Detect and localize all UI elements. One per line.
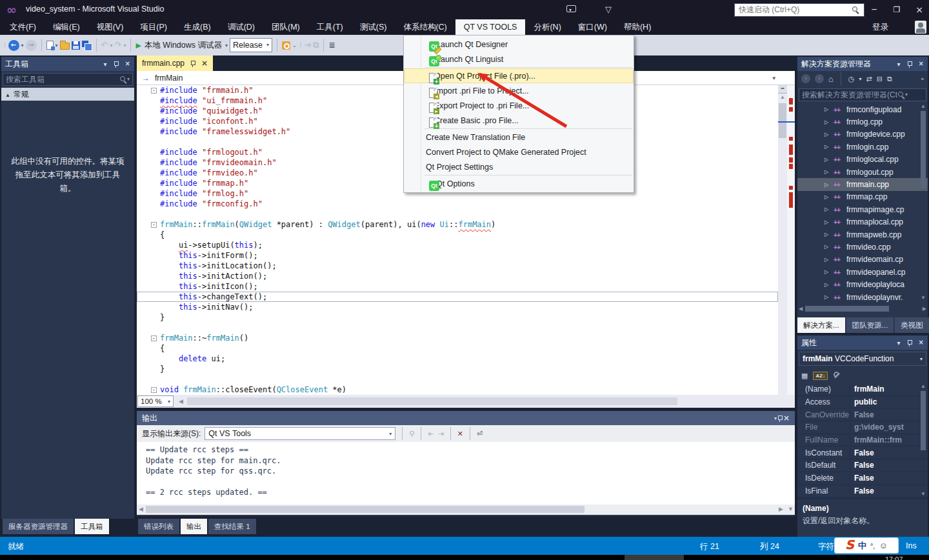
- expander-arrow-icon[interactable]: ▷: [824, 157, 834, 163]
- solution-file[interactable]: ▷++frmmaplocal.cpp: [797, 216, 928, 228]
- word-wrap-icon[interactable]: ⏎: [477, 430, 483, 438]
- chevron-down-icon[interactable]: ▾: [772, 75, 775, 81]
- close-icon[interactable]: ×: [125, 61, 130, 67]
- home-icon[interactable]: ⌂: [828, 74, 834, 84]
- pin-icon[interactable]: [906, 61, 913, 68]
- new-file-button[interactable]: [46, 41, 54, 50]
- toolbox-section-general[interactable]: ▲常规: [1, 88, 134, 101]
- scrollbar-thumb[interactable]: [146, 506, 584, 513]
- menu-item[interactable]: Import .pri File to Project...: [404, 83, 634, 98]
- solution-file[interactable]: ▷++frmloglocal.cpp: [797, 154, 928, 166]
- undo-button[interactable]: ↶: [101, 41, 108, 50]
- output-log[interactable]: == Update rcc steps ==Update rcc step fo…: [137, 442, 795, 505]
- solution-file[interactable]: ▷++frmvideo.cpp: [797, 241, 928, 253]
- property-value[interactable]: False: [850, 461, 919, 470]
- tab-frmmain-cpp[interactable]: frmmain.cpp ×: [137, 55, 213, 71]
- toolbar-grip[interactable]: ⁞: [4, 42, 5, 48]
- property-row[interactable]: IsDeleteFalse: [797, 472, 928, 485]
- menu-item[interactable]: 视图(V): [88, 19, 132, 35]
- property-value[interactable]: False: [850, 486, 919, 495]
- expander-arrow-icon[interactable]: ▷: [824, 169, 834, 175]
- solution-file[interactable]: ▷++frmlog.cpp: [797, 115, 928, 128]
- property-value[interactable]: frmMain: [850, 385, 919, 394]
- copy-button[interactable]: ⧉: [313, 41, 319, 50]
- expander-arrow-icon[interactable]: ▷: [824, 257, 834, 263]
- pin-icon[interactable]: [190, 60, 196, 67]
- scrollbar-thumb[interactable]: [921, 391, 926, 450]
- scroll-left-arrow-icon[interactable]: ◀: [139, 506, 143, 512]
- start-debug-icon[interactable]: ▶: [135, 41, 141, 50]
- scroll-left-arrow-icon[interactable]: ◀: [179, 398, 183, 405]
- property-row[interactable]: CanOverrideFalse: [797, 408, 928, 421]
- categorized-view-icon[interactable]: ▦: [801, 372, 808, 380]
- pending-changes-filter-icon[interactable]: ◷: [848, 75, 855, 83]
- solution-tab-tab[interactable]: 类视图: [895, 317, 929, 333]
- horizontal-scrollbar-thumb[interactable]: [187, 397, 677, 405]
- menu-item[interactable]: 工具(T): [308, 19, 352, 35]
- menu-item[interactable]: 测试(S): [352, 19, 395, 35]
- scrollbar-thumb[interactable]: [921, 111, 926, 188]
- splitter-handle[interactable]: ═: [778, 85, 787, 94]
- restore-button[interactable]: ❐: [887, 4, 906, 15]
- collapse-all-icon[interactable]: ⊟: [877, 75, 883, 83]
- ime-language-toggle[interactable]: 中: [858, 541, 866, 550]
- scrollbar-thumb[interactable]: [779, 103, 786, 138]
- menu-item[interactable]: 体系结构(C): [395, 19, 455, 35]
- bottom-dock-tab[interactable]: 错误列表: [138, 519, 179, 534]
- menu-item[interactable]: 文件(F): [1, 19, 45, 35]
- sign-in-link[interactable]: 登录: [872, 22, 888, 33]
- left-dock-tab[interactable]: 服务器资源管理器: [3, 519, 74, 534]
- editor-vertical-scrollbar[interactable]: ═ ▲: [778, 85, 787, 395]
- menu-item[interactable]: Convert Project to QMake Generated Proje…: [404, 145, 634, 159]
- fold-marker-icon[interactable]: -: [151, 222, 157, 228]
- scroll-right-arrow-icon[interactable]: ▶: [923, 306, 926, 312]
- expander-arrow-icon[interactable]: ▷: [824, 182, 834, 188]
- search-icon[interactable]: [119, 75, 127, 83]
- search-icon[interactable]: [852, 6, 859, 14]
- left-dock-active[interactable]: 工具箱: [75, 519, 109, 534]
- chevron-down-icon[interactable]: ▾: [859, 76, 861, 82]
- menu-item[interactable]: Launch Qt Designer: [404, 37, 634, 52]
- window-position-icon[interactable]: ▾: [897, 61, 901, 68]
- overflow-chevron-icon[interactable]: ⌄: [292, 43, 297, 48]
- attach-process-button[interactable]: ⇥: [304, 41, 311, 50]
- property-row[interactable]: Fileg:\video_syst: [797, 421, 928, 434]
- previous-message-icon[interactable]: ⇤: [428, 430, 434, 438]
- property-value[interactable]: g:\video_syst: [850, 423, 919, 432]
- chevron-down-icon[interactable]: ▾: [920, 356, 923, 362]
- menu-item[interactable]: Export Project to .pri File...: [404, 98, 634, 113]
- menu-item[interactable]: 帮助(H): [615, 19, 659, 35]
- menu-item[interactable]: 调试(D): [219, 19, 263, 35]
- solution-file[interactable]: ▷++frmvideoplayloca: [797, 278, 928, 290]
- fold-marker-icon[interactable]: -: [151, 88, 157, 94]
- sogou-logo-icon[interactable]: S: [845, 539, 854, 551]
- properties-object-select[interactable]: frmMain VCCodeFunction ▾: [799, 352, 926, 366]
- navigate-back-button[interactable]: ←: [8, 40, 19, 51]
- chevron-down-icon[interactable]: ▾: [55, 43, 58, 48]
- menu-item[interactable]: Launch Qt Linguist: [404, 52, 634, 66]
- property-row[interactable]: IsFinalFalse: [797, 485, 928, 498]
- next-message-icon[interactable]: ⇥: [438, 430, 444, 438]
- expander-arrow-icon[interactable]: ▷: [824, 282, 834, 288]
- solution-file[interactable]: ▷++frmmapimage.cp: [797, 203, 928, 215]
- chevron-down-icon[interactable]: ▾: [110, 43, 112, 48]
- property-pages-icon[interactable]: [833, 372, 841, 379]
- window-position-icon[interactable]: ▾: [897, 339, 901, 346]
- close-icon[interactable]: ×: [201, 60, 208, 66]
- expander-arrow-icon[interactable]: ▷: [824, 232, 834, 237]
- redo-button[interactable]: ↷: [114, 41, 121, 50]
- fold-marker-icon[interactable]: -: [151, 387, 157, 393]
- fold-marker-icon[interactable]: -: [151, 335, 157, 341]
- toolbar-grip[interactable]: ⁞: [300, 42, 301, 48]
- solution-file[interactable]: ▷++frmmapweb.cpp: [797, 228, 928, 241]
- alphabetical-sort-icon[interactable]: AZ↓: [813, 372, 828, 380]
- toolbox-search-input[interactable]: 搜索工具箱 ▾: [3, 73, 133, 86]
- expander-arrow-icon[interactable]: ▷: [824, 244, 834, 250]
- scroll-down-arrow-icon[interactable]: ▼: [919, 491, 927, 497]
- close-icon[interactable]: ×: [919, 339, 924, 346]
- output-source-select[interactable]: Qt VS Tools▾: [205, 427, 395, 440]
- solution-file[interactable]: ▷++frmconfigupload: [797, 103, 928, 115]
- navigate-forward-button[interactable]: →: [26, 40, 37, 51]
- pin-icon[interactable]: [777, 415, 783, 422]
- solution-file[interactable]: ▷++frmvideomain.cp: [797, 254, 928, 266]
